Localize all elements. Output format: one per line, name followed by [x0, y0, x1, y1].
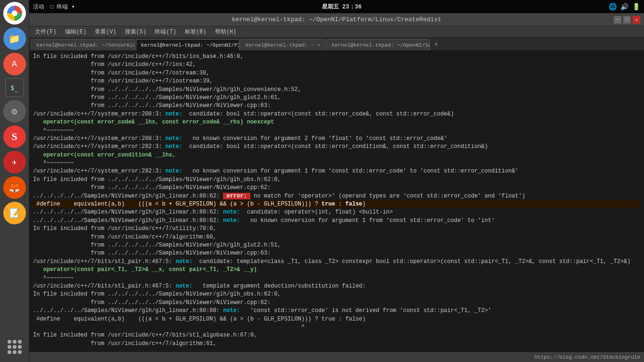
terminal-line: from /usr/include/c++/7/ios:42,	[33, 61, 640, 69]
terminal-line: #define equivalent(a,b) (((a < b + GLH_E…	[33, 315, 640, 323]
tab-3-label: kernel@kernel-tkpad: ~/OpenNI/Samples...	[331, 42, 430, 48]
terminal-line: /usr/include/c++/7/system_error:282:3: n…	[33, 143, 640, 151]
systray-left: 活动 □ 终端 ▾	[33, 3, 75, 11]
terminal-line: from ../../../../../Samples/NiViewer/glh…	[33, 241, 640, 249]
tab-1-label: kernel@kernel-tkpad: ~/OpenNI/Platfor...	[141, 42, 239, 48]
sidebar-item-terminal[interactable]: $_	[5, 78, 24, 97]
terminal-line: ^~~~~~~~~	[33, 127, 640, 135]
window-controls: — □ ✕	[614, 16, 640, 24]
status-url: https://blog.csdn.net/Stackingrule	[535, 354, 640, 360]
menubar: 文件(F) 编辑(E) 查看(V) 搜索(S) 终端(T) 标签(B) 帮助(H…	[29, 26, 644, 38]
sidebar-item-settings[interactable]: ⚙	[3, 100, 26, 123]
terminal-line: In file included from /usr/include/c++/7…	[33, 53, 640, 61]
activities-label[interactable]: 活动	[33, 3, 44, 11]
sidebar-item-s-app[interactable]: S	[3, 125, 26, 148]
terminal-line: In file included from /usr/include/c++/7…	[33, 331, 640, 339]
menu-view[interactable]: 查看(V)	[91, 27, 120, 37]
titlebar: kernel@kernel-tkpad: ~/OpenNI/Platform/L…	[29, 13, 644, 26]
menu-search[interactable]: 搜索(S)	[121, 27, 150, 37]
new-tab-button[interactable]: +	[431, 39, 441, 50]
sidebar-item-notepad[interactable]: 📝	[3, 202, 26, 224]
terminal-line: /usr/include/c++/7/bits/stl_pair.h:467:5…	[33, 282, 640, 290]
terminal-line: from ../../../../../Samples/NiViewer/NiV…	[33, 184, 640, 192]
terminal-output[interactable]: In file included from /usr/include/c++/7…	[29, 51, 644, 352]
menu-tab[interactable]: 标签(B)	[181, 27, 210, 37]
terminal-line: ^~~~~~~~~	[33, 274, 640, 282]
terminal-line: from /usr/include/c++/7/iostream:39,	[33, 77, 640, 85]
terminal-line: from /usr/include/c++/7/ostream:38,	[33, 69, 640, 77]
volume-icon: 🔊	[620, 3, 628, 11]
terminal-line: ../../../../../Samples/NiViewer/glh/glh_…	[33, 192, 640, 200]
tab-3[interactable]: kernel@kernel-tkpad: ~/OpenNI/Samples...…	[326, 39, 430, 50]
tab-2-close[interactable]: ✕	[317, 42, 320, 48]
sidebar-item-send[interactable]: ✈	[3, 151, 26, 173]
terminal-label[interactable]: □ 终端 ▾	[50, 3, 75, 11]
terminal-line: ^~~~~~~~~	[33, 159, 640, 167]
sidebar-item-firefox[interactable]: 🦊	[3, 176, 26, 199]
terminal-line: /usr/include/c++/7/system_error:208:3: n…	[33, 135, 640, 143]
battery-icon: 🔋	[632, 3, 640, 11]
sidebar-bottom	[3, 336, 26, 358]
main-area: 活动 □ 终端 ▾ 星期五 23：36 🌐 🔊 🔋 kernel@kernel-…	[29, 0, 644, 362]
terminal-line: from /usr/include/c++/7/algorithm:61,	[33, 340, 640, 348]
terminal-line: from ../../../../../Samples/NiViewer/NiV…	[33, 299, 640, 307]
terminal-line: ../../../../../Samples/NiViewer/glh/glh_…	[33, 307, 640, 315]
app-grid-button[interactable]	[3, 336, 26, 358]
sidebar-item-texteditor[interactable]: A	[3, 53, 26, 75]
tab-0-label: kernel@kernel-tkpad: ~/SensorKinect/Bin.…	[36, 42, 135, 48]
terminal-line: /usr/include/c++/7/system_error:208:3: n…	[33, 110, 640, 118]
window-title: kernel@kernel-tkpad: ~/OpenNI/Platform/L…	[232, 16, 442, 23]
menu-help[interactable]: 帮助(H)	[211, 27, 240, 37]
tab-2[interactable]: kernel@kernel-tkpad: ~ ✕	[240, 39, 325, 50]
menu-terminal[interactable]: 终端(T)	[151, 27, 180, 37]
terminal-line: ../../../../../Samples/NiViewer/glh/glh_…	[33, 217, 640, 225]
tab-1[interactable]: kernel@kernel-tkpad: ~/OpenNI/Platfor...…	[136, 39, 239, 50]
menu-file[interactable]: 文件(F)	[31, 27, 60, 37]
system-topbar: 活动 □ 终端 ▾ 星期五 23：36 🌐 🔊 🔋	[29, 0, 644, 13]
terminal-line: In file included from /usr/include/c++/7…	[33, 225, 640, 233]
terminal-tabs: kernel@kernel-tkpad: ~/SensorKinect/Bin.…	[29, 38, 644, 51]
terminal-line: from /usr/include/c++/7/algorithm:60,	[33, 233, 640, 241]
minimize-button[interactable]: —	[614, 16, 621, 24]
terminal-line: operator<(const error_code& __lhs, const…	[33, 118, 640, 126]
terminal-line: ^	[33, 323, 640, 331]
network-icon: 🌐	[609, 3, 617, 11]
maximize-button[interactable]: □	[623, 16, 631, 24]
sidebar-item-chrome[interactable]	[3, 2, 26, 25]
terminal-line: operator<(const error_condition& __lhs,	[33, 151, 640, 159]
terminal-line: ../../../../../Samples/NiViewer/glh/glh_…	[33, 208, 640, 216]
statusbar: https://blog.csdn.net/Stackingrule	[29, 352, 644, 362]
terminal-line: In file included from ../../../../../Sam…	[33, 176, 640, 184]
sidebar-item-files[interactable]: 📁	[3, 27, 26, 50]
terminal-line: /usr/include/c++/7/bits/stl_pair.h:467:5…	[33, 258, 640, 266]
systray-right: 🌐 🔊 🔋	[609, 3, 640, 11]
tab-2-label: kernel@kernel-tkpad: ~	[246, 42, 314, 48]
terminal-line: #define equivalent(a,b) (((a < b + GLH_E…	[33, 200, 640, 208]
terminal-line: from ../../../../../Samples/NiViewer/NiV…	[33, 249, 640, 257]
close-button[interactable]: ✕	[633, 16, 640, 24]
menu-edit[interactable]: 编辑(E)	[61, 27, 91, 37]
terminal-line: /usr/include/c++/7/system_error:282:3: n…	[33, 167, 640, 175]
tab-0[interactable]: kernel@kernel-tkpad: ~/SensorKinect/Bin.…	[31, 39, 135, 50]
terminal-line: from ../../../../../Samples/NiViewer/NiV…	[33, 102, 640, 110]
terminal-line: from ../../../../../Samples/NiViewer/glh…	[33, 86, 640, 94]
terminal-line: operator>(const pair<_T1, _T2>& __x, con…	[33, 266, 640, 274]
terminal-line: In file included from ../../../../../Sam…	[33, 290, 640, 298]
terminal-line: from ../../../../../Samples/NiViewer/glh…	[33, 94, 640, 102]
systray-clock: 星期五 23：36	[322, 3, 362, 11]
sidebar: 📁 A $_ ⚙ S ✈ 🦊 📝	[0, 0, 29, 362]
